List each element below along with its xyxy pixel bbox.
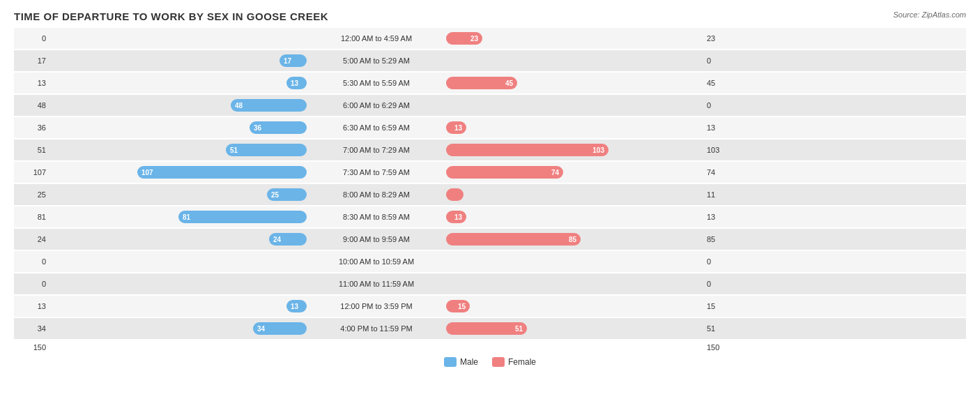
right-bar-area: 85 [446, 233, 704, 246]
right-bar-area: 103 [446, 144, 704, 156]
female-value: 13 [704, 123, 739, 132]
chart-row: 24 24 9:00 AM to 9:59 AM 85 85 [14, 229, 966, 250]
legend-female: Female [492, 357, 536, 367]
female-bar: 13 [446, 121, 466, 134]
axis-row: 150 150 [14, 343, 966, 352]
left-bar-area: 51 [49, 144, 307, 156]
female-bar: 74 [446, 166, 563, 179]
female-bar: 51 [446, 322, 527, 335]
male-bar: 51 [226, 144, 307, 156]
male-bar: 81 [178, 211, 307, 223]
female-value: 0 [704, 257, 739, 266]
left-bar-area: 81 [49, 211, 307, 223]
male-value: 36 [14, 123, 49, 132]
axis-right-label: 150 [704, 343, 739, 352]
male-value: 51 [14, 146, 49, 154]
right-bar-area: 23 [446, 32, 704, 45]
chart-row: 25 25 8:00 AM to 8:29 AM 11 [14, 184, 966, 205]
chart-row: 13 13 12:00 PM to 3:59 PM 15 15 [14, 296, 966, 317]
time-label: 8:30 AM to 8:59 AM [307, 213, 446, 221]
left-bar-area: 25 [49, 188, 307, 201]
male-value: 13 [14, 79, 49, 87]
male-bar: 13 [286, 300, 307, 312]
left-bar-area: 13 [49, 77, 307, 89]
time-label: 8:00 AM to 8:29 AM [307, 190, 446, 199]
female-value: 23 [704, 34, 739, 43]
female-value: 0 [704, 56, 739, 65]
male-bar: 24 [269, 233, 307, 246]
female-value: 0 [704, 280, 739, 288]
time-label: 7:00 AM to 7:29 AM [307, 146, 446, 154]
right-bar-area: 13 [446, 211, 704, 223]
source-label: Source: ZipAtlas.com [893, 10, 966, 19]
male-bar: 107 [137, 166, 307, 179]
male-value: 81 [14, 213, 49, 221]
time-label: 11:00 AM to 11:59 AM [307, 280, 446, 288]
axis-left-label: 150 [14, 343, 49, 352]
right-bar-area: 51 [446, 322, 704, 335]
male-value: 34 [14, 324, 49, 333]
male-value: 0 [14, 257, 49, 266]
female-value: 74 [704, 168, 739, 176]
female-bar: 45 [446, 77, 517, 89]
chart-row: 48 48 6:00 AM to 6:29 AM 0 [14, 95, 966, 116]
time-label: 9:00 AM to 9:59 AM [307, 235, 446, 243]
male-value: 0 [14, 280, 49, 288]
legend-female-box [492, 357, 505, 367]
time-label: 4:00 PM to 11:59 PM [307, 324, 446, 333]
male-bar: 25 [267, 188, 307, 201]
female-value: 103 [704, 146, 739, 154]
time-label: 5:30 AM to 5:59 AM [307, 79, 446, 87]
male-value: 48 [14, 101, 49, 110]
time-label: 6:00 AM to 6:29 AM [307, 101, 446, 110]
chart-row: 0 11:00 AM to 11:59 AM 0 [14, 273, 966, 294]
male-value: 0 [14, 34, 49, 43]
female-value: 51 [704, 324, 739, 333]
female-value: 45 [704, 79, 739, 87]
legend-male: Male [444, 357, 478, 367]
chart-row: 17 17 5:00 AM to 5:29 AM 0 [14, 50, 966, 71]
chart-row: 81 81 8:30 AM to 8:59 AM 13 13 [14, 206, 966, 227]
left-bar-area: 34 [49, 322, 307, 335]
chart-row: 36 36 6:30 AM to 6:59 AM 13 13 [14, 117, 966, 138]
right-bar-area: 45 [446, 77, 704, 89]
male-value: 25 [14, 190, 49, 199]
male-bar: 13 [286, 77, 307, 89]
chart-row: 0 12:00 AM to 4:59 AM 23 23 [14, 28, 966, 49]
right-bar-area: 74 [446, 166, 704, 179]
time-label: 12:00 PM to 3:59 PM [307, 302, 446, 310]
male-bar: 17 [280, 54, 307, 67]
male-bar: 34 [253, 322, 307, 335]
male-bar: 36 [250, 121, 307, 134]
legend-male-label: Male [460, 357, 478, 367]
male-value: 107 [14, 168, 49, 176]
time-label: 7:30 AM to 7:59 AM [307, 168, 446, 176]
legend: Male Female [14, 357, 966, 367]
chart-row: 51 51 7:00 AM to 7:29 AM 103 103 [14, 139, 966, 160]
time-label: 5:00 AM to 5:29 AM [307, 56, 446, 65]
chart-area: 0 12:00 AM to 4:59 AM 23 23 17 17 5:00 A… [14, 28, 966, 339]
left-bar-area: 17 [49, 54, 307, 67]
chart-title: TIME OF DEPARTURE TO WORK BY SEX IN GOOS… [14, 10, 966, 22]
female-bar: 23 [446, 32, 482, 45]
male-value: 24 [14, 235, 49, 243]
left-bar-area: 107 [49, 166, 307, 179]
male-value: 17 [14, 56, 49, 65]
time-label: 12:00 AM to 4:59 AM [307, 34, 446, 43]
left-bar-area: 48 [49, 99, 307, 112]
chart-row: 13 13 5:30 AM to 5:59 AM 45 45 [14, 73, 966, 93]
time-label: 10:00 AM to 10:59 AM [307, 257, 446, 266]
legend-female-label: Female [508, 357, 536, 367]
right-bar-area: 13 [446, 121, 704, 134]
male-bar: 48 [231, 99, 307, 112]
female-value: 15 [704, 302, 739, 310]
female-bar: 85 [446, 233, 581, 246]
female-bar: 103 [446, 144, 608, 156]
female-value: 0 [704, 101, 739, 110]
female-bar [446, 188, 464, 201]
female-bar: 13 [446, 211, 466, 223]
female-value: 85 [704, 235, 739, 243]
left-bar-area: 36 [49, 121, 307, 134]
chart-row: 34 34 4:00 PM to 11:59 PM 51 51 [14, 318, 966, 339]
female-bar: 15 [446, 300, 470, 312]
